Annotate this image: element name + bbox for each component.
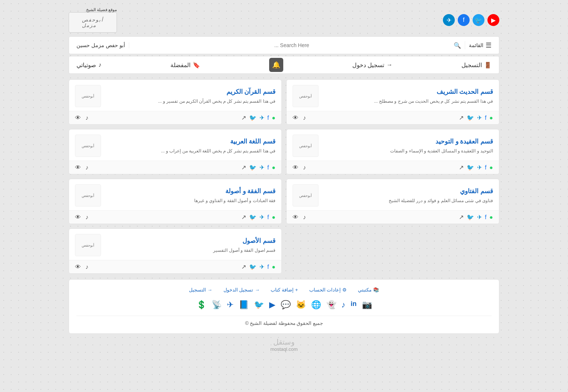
- twitter-share-icon[interactable]: 🐦: [467, 214, 474, 221]
- favorites-label: المفضلة: [170, 62, 190, 69]
- card-actions: ♪ 👁: [293, 164, 306, 171]
- facebook-share-icon[interactable]: f: [267, 164, 269, 171]
- search-icon[interactable]: 🔍: [454, 42, 461, 49]
- twitter-share-icon[interactable]: 🐦: [249, 164, 257, 171]
- card-title: قسم الحديث الشريف: [322, 88, 493, 96]
- share-icon[interactable]: ↗: [459, 164, 464, 171]
- settings-label: إعادات الحساب: [309, 287, 341, 293]
- whatsapp-icon[interactable]: ●: [272, 164, 275, 171]
- footer-add-book-btn[interactable]: + إضافة كتاب: [271, 287, 298, 293]
- telegram-share-icon[interactable]: ✈: [477, 114, 482, 121]
- audio-action-icon[interactable]: ♪: [85, 264, 88, 270]
- youtube-icon[interactable]: ▶: [487, 14, 499, 26]
- facebook-footer-icon[interactable]: 📘: [239, 300, 249, 310]
- facebook-share-icon[interactable]: f: [267, 264, 269, 270]
- telegram-share-icon[interactable]: ✈: [477, 214, 482, 221]
- youtube-footer-icon[interactable]: ▶: [269, 300, 275, 310]
- whatsapp-icon[interactable]: ●: [489, 115, 493, 121]
- footer-settings-btn[interactable]: ⚙ إعادات الحساب: [309, 287, 347, 293]
- rss-footer-icon[interactable]: 📡: [212, 300, 222, 310]
- card-desc: في هذا القسم يتم نشر كل م يخص الحديث من …: [322, 98, 493, 105]
- facebook-share-icon[interactable]: f: [485, 115, 486, 121]
- whatsapp-icon[interactable]: ●: [489, 214, 493, 221]
- favorites-btn[interactable]: 🔖 المفضلة: [170, 62, 200, 69]
- share-icon[interactable]: ↗: [241, 114, 246, 121]
- search-input[interactable]: [133, 42, 451, 48]
- audio-action-icon[interactable]: ♪: [85, 115, 88, 121]
- card-logo: أبوحفص: [75, 234, 101, 256]
- dollar-footer-icon[interactable]: 💲: [196, 300, 206, 310]
- audio-action-icon[interactable]: ♪: [303, 214, 306, 221]
- telegram-share-icon[interactable]: ✈: [477, 164, 482, 171]
- footer-register-btn[interactable]: → التسجيل: [189, 287, 212, 293]
- library-icon: 📚: [373, 287, 379, 293]
- facebook-share-icon[interactable]: f: [485, 164, 486, 171]
- telegram-footer-icon[interactable]: ✈: [227, 300, 234, 310]
- register-btn[interactable]: 🚪 التسجيل: [461, 62, 492, 69]
- audio-action-icon[interactable]: ♪: [303, 164, 306, 171]
- facebook-share-icon[interactable]: f: [267, 115, 269, 121]
- card-title: قسم العقيدة و التوحيد: [322, 138, 493, 145]
- footer-library-btn[interactable]: 📚 مكتبتي: [358, 287, 379, 293]
- add-book-label: إضافة كتاب: [271, 287, 294, 293]
- whatsapp-icon[interactable]: ●: [272, 115, 275, 121]
- whatsapp-icon[interactable]: ●: [489, 164, 493, 171]
- telegram-share-icon[interactable]: ✈: [259, 263, 264, 270]
- audio-action-icon[interactable]: ♪: [303, 115, 306, 121]
- twitter-share-icon[interactable]: 🐦: [249, 263, 257, 270]
- audio-action-icon[interactable]: ♪: [85, 214, 88, 221]
- whatsapp-footer-icon[interactable]: 💬: [281, 300, 291, 310]
- telegram-icon[interactable]: ✈: [443, 14, 455, 26]
- card-footer: ● f ✈ 🐦 ↗ ♪ 👁: [69, 210, 281, 224]
- twitter-share-icon[interactable]: 🐦: [467, 114, 474, 121]
- telegram-share-icon[interactable]: ✈: [259, 214, 264, 221]
- footer-social-row: 📷 in ♪ 👻 🌐 🐱 💬 ▶ 🐦 📘 ✈ 📡 💲: [76, 300, 492, 310]
- footer-login-btn[interactable]: → تسجيل الدخول: [223, 287, 260, 293]
- share-icon[interactable]: ↗: [459, 114, 464, 121]
- view-action-icon[interactable]: 👁: [75, 214, 81, 221]
- twitter-share-icon[interactable]: 🐦: [467, 164, 474, 171]
- whatsapp-icon[interactable]: ●: [272, 214, 275, 221]
- tiktok-footer-icon[interactable]: ♪: [342, 300, 346, 310]
- facebook-icon[interactable]: f: [458, 14, 470, 26]
- watermark-url: mostaql.com: [270, 346, 298, 352]
- whatsapp-icon[interactable]: ●: [272, 264, 275, 270]
- view-action-icon[interactable]: 👁: [75, 264, 81, 270]
- audio-action-icon[interactable]: ♪: [85, 164, 88, 171]
- card-footer: ● f ✈ 🐦 ↗ ♪ 👁: [287, 111, 499, 124]
- facebook-share-icon[interactable]: f: [267, 214, 269, 221]
- instagram-footer-icon[interactable]: 📷: [362, 300, 372, 310]
- view-action-icon[interactable]: 👁: [75, 115, 81, 121]
- snapchat-footer-icon[interactable]: 👻: [326, 300, 336, 310]
- twitter-share-icon[interactable]: 🐦: [249, 214, 257, 221]
- telegram-share-icon[interactable]: ✈: [259, 114, 264, 121]
- share-icon[interactable]: ↗: [459, 214, 464, 221]
- notifications-button[interactable]: 🔔: [269, 58, 283, 72]
- menu-button[interactable]: ☰ القائمة: [465, 41, 495, 49]
- web-footer-icon[interactable]: 🌐: [311, 300, 321, 310]
- view-action-icon[interactable]: 👁: [293, 115, 298, 121]
- linkedin-footer-icon[interactable]: in: [351, 300, 357, 310]
- twitter-share-icon[interactable]: 🐦: [249, 114, 257, 121]
- twitter-footer-icon[interactable]: 🐦: [254, 300, 264, 310]
- card-desc: فتاوى في شتى مسائل العلم و فوائد و درر ل…: [322, 197, 493, 204]
- card-fatawa: قسم الفتاوي فتاوى في شتى مسائل العلم و ف…: [286, 179, 499, 224]
- card-text: قسم العقيدة و التوحيد التوحيد و اللعقيدة…: [322, 138, 493, 154]
- view-action-icon[interactable]: 👁: [293, 164, 298, 171]
- card-logo: أبوحفص: [293, 135, 319, 157]
- audio-btn[interactable]: ♪ صوتياتي: [76, 62, 101, 69]
- view-action-icon[interactable]: 👁: [75, 164, 81, 171]
- login-btn[interactable]: → تسجيل دخول: [352, 62, 392, 69]
- github-footer-icon[interactable]: 🐱: [296, 300, 306, 310]
- watermark: وستقل mostaql.com: [69, 334, 499, 354]
- twitter-icon[interactable]: 🐦: [473, 14, 484, 26]
- footer-copyright: جميع الحقوق محفوظة لفضيلة الشيخ ©: [76, 320, 492, 326]
- view-action-icon[interactable]: 👁: [293, 214, 298, 221]
- share-icon[interactable]: ↗: [241, 164, 246, 171]
- facebook-share-icon[interactable]: f: [485, 214, 486, 221]
- share-icon[interactable]: ↗: [241, 263, 246, 270]
- card-text: قسم اللغة العربية في هذا القسم يتم نشر ك…: [105, 138, 275, 154]
- share-icon[interactable]: ↗: [241, 214, 246, 221]
- telegram-share-icon[interactable]: ✈: [259, 164, 264, 171]
- card-aqeeda: قسم العقيدة و التوحيد التوحيد و اللعقيدة…: [286, 129, 499, 174]
